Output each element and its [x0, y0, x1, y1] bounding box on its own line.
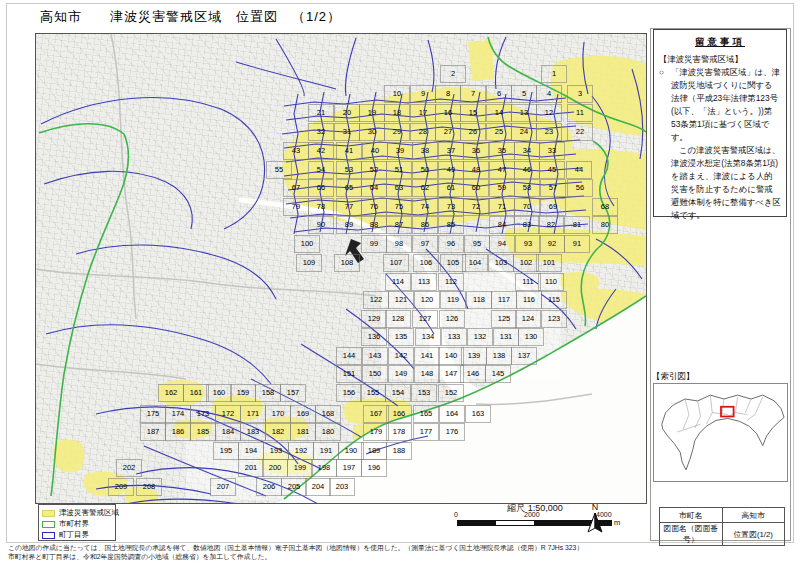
grid-cell-23: 23 [536, 123, 562, 141]
grid-cell-207: 207 [210, 478, 236, 496]
grid-cell-125: 125 [491, 310, 517, 328]
grid-cell-92: 92 [539, 235, 565, 253]
grid-cell-83: 83 [514, 216, 540, 234]
grid-cell-84: 84 [489, 216, 515, 234]
grid-cell-151: 151 [336, 365, 362, 383]
grid-cell-193: 193 [263, 442, 289, 460]
grid-cell-205: 205 [281, 478, 307, 496]
grid-cell-78: 78 [308, 198, 334, 216]
grid-cell-166: 166 [386, 405, 412, 423]
grid-cell-173: 173 [190, 405, 216, 423]
municipal-boundary-swatch-icon [42, 521, 55, 528]
grid-cell-73: 73 [438, 198, 464, 216]
grid-cell-189: 189 [361, 442, 387, 460]
grid-cell-49: 49 [438, 161, 464, 179]
grid-cell-127: 127 [412, 310, 438, 328]
grid-cell-88: 88 [361, 216, 387, 234]
grid-cell-93: 93 [515, 235, 541, 253]
grid-cell-44: 44 [566, 161, 592, 179]
grid-cell-39: 39 [387, 142, 413, 160]
grid-cell-153: 153 [411, 384, 437, 402]
grid-cell-21: 21 [308, 104, 334, 122]
grid-cell-181: 181 [290, 423, 316, 441]
grid-cell-8: 8 [435, 85, 461, 103]
grid-cell-130: 130 [518, 328, 544, 346]
right-panel: 留意事項 【津波災害警戒区域】 ○ 「津波災害警戒区域」は、津波防災地域づくりに… [650, 28, 791, 541]
grid-cell-135: 135 [388, 328, 414, 346]
grid-cell-86: 86 [412, 216, 438, 234]
grid-cell-12: 12 [536, 104, 562, 122]
grid-cell-89: 89 [336, 216, 362, 234]
grid-cell-188: 188 [386, 442, 412, 460]
grid-cell-33: 33 [539, 142, 565, 160]
grid-cell-14: 14 [486, 104, 512, 122]
grid-cell-30: 30 [359, 123, 385, 141]
grid-cell-104: 104 [462, 254, 488, 272]
grid-cell-112: 112 [438, 273, 464, 291]
grid-cell-175: 175 [140, 405, 166, 423]
grid-cell-87: 87 [386, 216, 412, 234]
scale-tick-0: 0 [454, 511, 458, 518]
grid-cell-17: 17 [410, 104, 436, 122]
grid-cell-209: 209 [108, 478, 134, 496]
grid-cell-77: 77 [336, 198, 362, 216]
grid-cell-198: 198 [311, 459, 337, 477]
grid-cell-162: 162 [158, 384, 184, 402]
index-map [653, 383, 788, 482]
grid-cell-119: 119 [440, 291, 466, 309]
grid-cell-60: 60 [463, 179, 489, 197]
grid-cell-152: 152 [438, 384, 464, 402]
grid-cell-146: 146 [460, 365, 486, 383]
grid-cell-22: 22 [567, 123, 593, 141]
grid-cell-204: 204 [305, 478, 331, 496]
grid-cell-194: 194 [238, 442, 264, 460]
grid-cell-203: 203 [329, 478, 355, 496]
grid-cell-74: 74 [412, 198, 438, 216]
grid-cell-41: 41 [336, 142, 362, 160]
index-map-label: 【索引図】 [652, 371, 695, 383]
grid-cell-106: 106 [413, 254, 439, 272]
grid-cell-177: 177 [413, 423, 439, 441]
grid-cell-27: 27 [435, 123, 461, 141]
table-row: 市町名 高知市 [660, 508, 785, 523]
grid-cell-142: 142 [388, 347, 414, 365]
grid-cell-64: 64 [361, 179, 387, 197]
grid-cell-32: 32 [308, 123, 334, 141]
grid-cell-18: 18 [384, 104, 410, 122]
grid-cell-174: 174 [165, 405, 191, 423]
grid-cell-75: 75 [386, 198, 412, 216]
grid-cell-76: 76 [361, 198, 387, 216]
grid-cell-163: 163 [465, 405, 491, 423]
grid-cell-31: 31 [334, 123, 360, 141]
grid-cell-91: 91 [564, 235, 590, 253]
grid-cell-62: 62 [412, 179, 438, 197]
grid-cell-66: 66 [308, 179, 334, 197]
grid-cell-2: 2 [440, 65, 466, 83]
grid-cell-172: 172 [215, 405, 241, 423]
grid-cell-208: 208 [136, 478, 162, 496]
grid-cell-56: 56 [567, 179, 593, 197]
grid-cell-180: 180 [315, 423, 341, 441]
grid-cell-6: 6 [486, 85, 512, 103]
sheet-info-table: 市町名 高知市 図面名（図面番号） 位置図(1/2) [659, 507, 785, 546]
notes-paragraph-2: この津波災害警戒区域は、津波浸水想定(法第8条第1項)を踏まえ、津波による人的災… [659, 144, 781, 222]
grid-cell-1: 1 [541, 65, 567, 83]
grid-cell-129: 129 [361, 310, 387, 328]
notes-paragraph-1: ○ 「津波災害警戒区域」は、津波防災地域づくりに関する法律（平成23年法律第12… [659, 66, 781, 144]
table-key: 市町名 [660, 508, 723, 523]
grid-cell-143: 143 [362, 347, 388, 365]
notes-text-1: 「津波災害警戒区域」は、津波防災地域づくりに関する法律（平成23年法律第123号… [671, 67, 780, 142]
grid-cell-15: 15 [460, 104, 486, 122]
grid-cell-164: 164 [439, 405, 465, 423]
grid-cell-137: 137 [511, 347, 537, 365]
grid-cell-200: 200 [262, 459, 288, 477]
grid-cell-52: 52 [361, 161, 387, 179]
notes-heading: 留意事項 [659, 36, 781, 49]
grid-cell-128: 128 [385, 310, 411, 328]
grid-cell-184: 184 [215, 423, 241, 441]
grid-cell-100: 100 [294, 235, 320, 253]
grid-cell-25: 25 [486, 123, 512, 141]
grid-cell-121: 121 [388, 291, 414, 309]
grid-cell-71: 71 [489, 198, 515, 216]
grid-cell-98: 98 [386, 235, 412, 253]
